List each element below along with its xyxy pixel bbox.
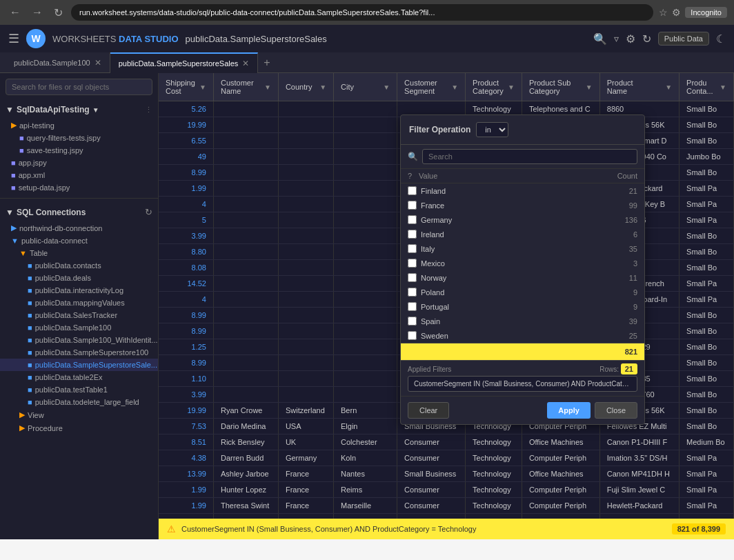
sidebar-section-name[interactable]: ▼ SqlDataApiTesting ▼ — [6, 105, 99, 114]
filter-checkbox[interactable] — [408, 230, 417, 239]
sidebar-item-table-folder[interactable]: ▼ Table — [0, 247, 158, 259]
sidebar-item-public-data-connect[interactable]: ▼ public-data-connect — [0, 234, 158, 247]
filter-checkbox[interactable] — [408, 302, 417, 311]
col-country[interactable]: Country ▼ — [278, 73, 333, 101]
filter-clear-button[interactable]: Clear — [408, 402, 449, 419]
filter-icon[interactable]: ▿ — [614, 33, 619, 44]
sidebar-item-superstore100[interactable]: ■ publicData.SampleSuperstore100 — [0, 346, 158, 359]
sidebar-item-salestracker[interactable]: ■ publicData.SalesTracker — [0, 309, 158, 321]
filter-list-item[interactable]: Finland 21 — [401, 183, 644, 198]
filter-list-item[interactable]: Mexico 3 — [401, 256, 644, 270]
filter-item-count: 21 — [603, 187, 637, 195]
col-customer-segment[interactable]: CustomerSegment ▼ — [397, 73, 466, 101]
filter-checkbox[interactable] — [408, 288, 417, 297]
connections-refresh-icon[interactable]: ↻ — [145, 207, 152, 217]
col-city[interactable]: City ▼ — [334, 73, 397, 101]
search-icon[interactable]: 🔍 — [593, 32, 607, 46]
tab-close-superstore[interactable]: ✕ — [242, 59, 249, 68]
sidebar-item-table2ex[interactable]: ■ publicData.table2Ex — [0, 371, 158, 383]
col-product-sub[interactable]: Product SubCategory ▼ — [522, 73, 599, 101]
filter-list-item[interactable]: Italy 35 — [401, 241, 644, 256]
col-shipping-cost[interactable]: ShippingCost ▼ — [159, 73, 213, 101]
sidebar-item-interactivity[interactable]: ■ publicData.interactivityLog — [0, 284, 158, 297]
sidebar-item-mapping[interactable]: ■ publicData.mappingValues — [0, 297, 158, 309]
sidebar-item-api-testing[interactable]: ▶ api-testing — [0, 119, 158, 132]
filter-checkbox[interactable] — [408, 201, 417, 210]
filter-checkbox[interactable] — [408, 186, 417, 195]
sidebar-item-app-jspy[interactable]: ■ app.jspy — [0, 157, 158, 169]
sidebar-item-superstore-sales[interactable]: ■ publicData.SampleSuperstoreSale... — [0, 359, 158, 371]
tab-superstore-sales[interactable]: publicData.SampleSuperstoreSales ✕ — [110, 52, 259, 73]
sort-shipping-icon[interactable]: ▼ — [199, 83, 206, 91]
sidebar-item-procedure-folder[interactable]: ▶ Procedure — [0, 421, 158, 434]
sidebar-item-app-xml[interactable]: ■ app.xml — [0, 169, 158, 181]
search-input[interactable] — [6, 79, 152, 95]
url-bar[interactable] — [71, 4, 653, 21]
filter-checkbox[interactable] — [408, 244, 417, 253]
filter-checkbox[interactable] — [408, 331, 417, 340]
table-container[interactable]: ShippingCost ▼ CustomerName ▼ — [159, 73, 734, 519]
back-btn[interactable]: ← — [7, 5, 23, 20]
col-customer-name[interactable]: CustomerName ▼ — [213, 73, 278, 101]
section-arrow-icon: ▼ — [92, 106, 99, 114]
col-product-name[interactable]: ProductName ▼ — [599, 73, 679, 101]
sidebar-item-sample100[interactable]: ■ publicData.Sample100 — [0, 321, 158, 334]
hamburger-icon[interactable]: ☰ — [8, 31, 19, 46]
sort-name-icon[interactable]: ▼ — [665, 83, 672, 91]
filter-list-item[interactable]: Poland 9 — [401, 285, 644, 299]
filter-checkbox[interactable] — [408, 273, 417, 282]
tab-sample100[interactable]: publicData.Sample100 ✕ — [6, 52, 110, 73]
filter-checkbox[interactable] — [408, 317, 417, 326]
filter-search-input[interactable] — [422, 149, 637, 164]
filter-close-button[interactable]: Close — [595, 402, 637, 419]
sidebar-item-deals[interactable]: ■ publicData.deals — [0, 272, 158, 284]
sort-city-icon[interactable]: ▼ — [383, 83, 390, 91]
filter-item-count: 35 — [603, 245, 637, 253]
filter-checkbox[interactable] — [408, 259, 417, 268]
sort-category-icon[interactable]: ▼ — [508, 83, 515, 91]
sidebar-item-setup-data[interactable]: ■ setup-data.jspy — [0, 181, 158, 194]
sidebar-item-contacts[interactable]: ■ publicData.contacts — [0, 259, 158, 272]
forward-btn[interactable]: → — [29, 5, 46, 20]
filter-list-item[interactable]: Norway 11 — [401, 270, 644, 285]
filter-apply-button[interactable]: Apply — [547, 402, 591, 419]
filter-list-item[interactable]: France 99 — [401, 198, 644, 212]
sort-container-icon[interactable]: ▼ — [720, 83, 726, 91]
filter-checkbox[interactable] — [408, 215, 417, 224]
sort-country-icon[interactable]: ▼ — [319, 83, 326, 91]
theme-icon[interactable]: ☾ — [716, 32, 726, 46]
sql-connections-label[interactable]: ▼ SQL Connections — [6, 208, 86, 217]
filter-list-item[interactable]: Germany 136 — [401, 212, 644, 227]
sidebar-item-save-testing[interactable]: ■ save-testing.jspy — [0, 144, 158, 157]
filter-list-item[interactable]: Portugal 9 — [401, 299, 644, 314]
settings-icon[interactable]: ⚙ — [626, 32, 635, 46]
sort-customer-name-icon[interactable]: ▼ — [264, 83, 271, 91]
sidebar-item-view-folder[interactable]: ▶ View — [0, 408, 158, 421]
filter-col-count-header: Count — [596, 172, 637, 180]
col-product-container[interactable]: ProduConta... ▼ — [680, 73, 734, 101]
public-data-button[interactable]: Public Data — [658, 32, 709, 46]
sort-segment-icon[interactable]: ▼ — [451, 83, 458, 91]
table-label: publicData.contacts — [35, 261, 101, 270]
filter-list-item[interactable]: Spain 39 — [401, 314, 644, 328]
sort-sub-icon[interactable]: ▼ — [586, 83, 593, 91]
filter-operation-select[interactable]: in — [476, 122, 508, 137]
sidebar-item-sample100-identity[interactable]: ■ publicData.Sample100_WithIdentit... — [0, 334, 158, 346]
sidebar-tree: ▶ api-testing ■ query-filters-tests.jspy… — [0, 119, 158, 539]
sidebar-item-todelete[interactable]: ■ publicData.todelete_large_field — [0, 396, 158, 408]
sidebar-item-query-filters[interactable]: ■ query-filters-tests.jspy — [0, 132, 158, 144]
tab-close-sample100[interactable]: ✕ — [95, 58, 101, 68]
file-icon: ■ — [11, 159, 16, 167]
table-icon: ■ — [28, 286, 32, 294]
refresh-btn[interactable]: ↻ — [51, 5, 66, 21]
sidebar-item-testtable1[interactable]: ■ publicData.testTable1 — [0, 383, 158, 396]
add-tab-button[interactable]: + — [264, 57, 270, 69]
filter-title: Filter Operation — [409, 125, 470, 134]
filter-list-item[interactable]: Sweden 25 — [401, 328, 644, 343]
col-product-category[interactable]: ProductCategory ▼ — [466, 73, 522, 101]
filter-list-item[interactable]: Ireland 6 — [401, 227, 644, 241]
browser-actions: ☆ ⚙ Incognito — [659, 7, 727, 18]
refresh-icon[interactable]: ↻ — [642, 32, 651, 46]
section-menu-icon[interactable]: ⋮ — [145, 106, 152, 114]
sidebar-item-northwind[interactable]: ▶ northwind-db-connection — [0, 221, 158, 234]
